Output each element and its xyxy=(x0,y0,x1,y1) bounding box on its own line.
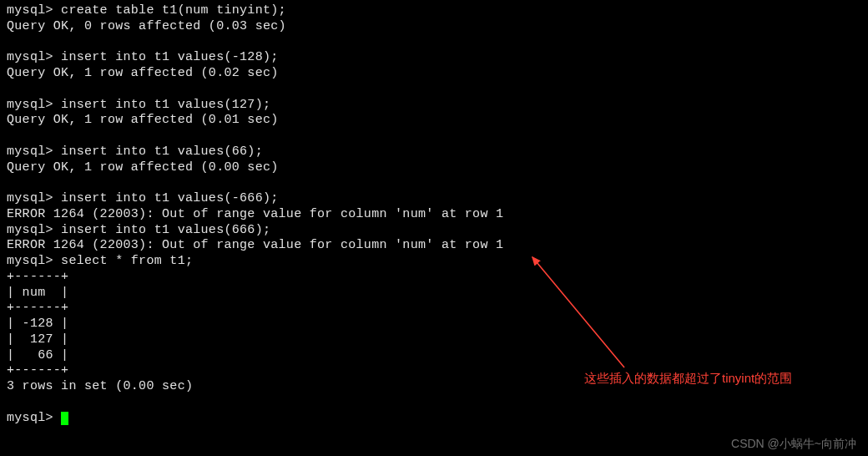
terminal-line: +------+ xyxy=(7,301,861,317)
terminal-output: mysql> create table t1(num tinyint);Quer… xyxy=(7,3,861,426)
terminal-line: mysql> xyxy=(7,411,861,427)
terminal-line xyxy=(7,35,861,51)
terminal-line: mysql> create table t1(num tinyint); xyxy=(7,3,861,19)
terminal-line: mysql> insert into t1 values(666); xyxy=(7,223,861,239)
watermark: CSDN @小蜗牛~向前冲 xyxy=(731,437,856,452)
terminal-cursor xyxy=(61,412,68,425)
terminal-line: | num | xyxy=(7,286,861,301)
terminal-line: | 66 | xyxy=(7,348,861,364)
terminal-line xyxy=(7,82,861,98)
terminal-line: Query OK, 1 row affected (0.01 sec) xyxy=(7,113,861,129)
terminal-line: Query OK, 0 rows affected (0.03 sec) xyxy=(7,19,861,35)
terminal-line: mysql> insert into t1 values(66); xyxy=(7,144,861,160)
terminal-line: mysql> insert into t1 values(127); xyxy=(7,98,861,114)
terminal-line: +------+ xyxy=(7,270,861,286)
terminal-line: Query OK, 1 row affected (0.02 sec) xyxy=(7,66,861,82)
terminal-line: mysql> insert into t1 values(-128); xyxy=(7,50,861,66)
terminal-line: ERROR 1264 (22003): Out of range value f… xyxy=(7,238,861,254)
terminal-line: Query OK, 1 row affected (0.00 sec) xyxy=(7,160,861,176)
terminal-line: ERROR 1264 (22003): Out of range value f… xyxy=(7,207,861,223)
terminal-line xyxy=(7,175,861,191)
terminal-line: | -128 | xyxy=(7,317,861,332)
annotation-text: 这些插入的数据都超过了tinyint的范围 xyxy=(584,369,835,387)
terminal-line xyxy=(7,129,861,144)
terminal-line: | 127 | xyxy=(7,332,861,348)
terminal-line: mysql> select * from t1; xyxy=(7,254,861,270)
terminal-line: mysql> insert into t1 values(-666); xyxy=(7,191,861,207)
terminal-line xyxy=(7,395,861,411)
